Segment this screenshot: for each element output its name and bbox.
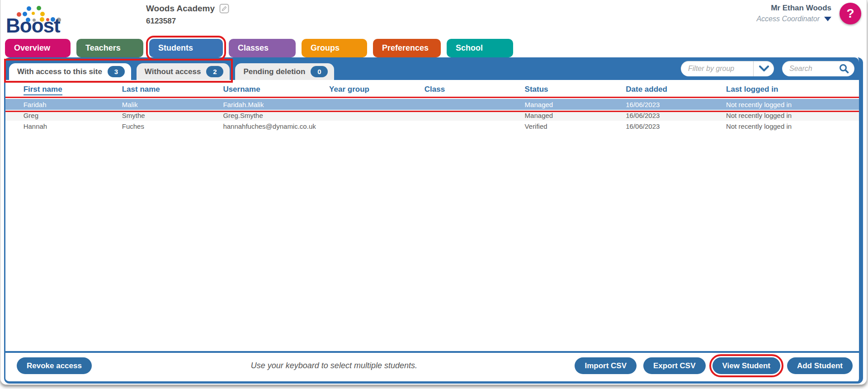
user-name: Mr Ethan Woods: [756, 4, 831, 13]
cell-last-logged-in: Not recently logged in: [726, 101, 859, 108]
tab-classes[interactable]: Classes: [229, 39, 296, 57]
revoke-access-button[interactable]: Revoke access: [17, 357, 92, 374]
action-bar: Revoke access Use your keyboard to selec…: [5, 353, 859, 379]
filter-dropdown-button[interactable]: [753, 61, 774, 76]
school-name: Woods Academy: [146, 4, 215, 14]
cell-date-added: 16/06/2023: [626, 122, 726, 130]
subtab-label: Without access: [145, 67, 201, 76]
logo-text: Boost: [6, 14, 60, 37]
column-header-class[interactable]: Class: [425, 85, 525, 94]
column-header-username[interactable]: Username: [223, 85, 329, 94]
logo-dot: [37, 6, 41, 10]
cell-status: Managed: [525, 112, 626, 119]
app-window: Boost Woods Academy 6123587 Mr Ethan Woo…: [0, 0, 867, 385]
table-row[interactable]: Faridah Malik Faridah.Malik Managed 16/0…: [5, 99, 859, 110]
column-header-last-name[interactable]: Last name: [122, 85, 223, 94]
cell-status: Managed: [525, 101, 626, 108]
cell-last-logged-in: Not recently logged in: [726, 112, 859, 119]
app-header: Boost Woods Academy 6123587 Mr Ethan Woo…: [0, 0, 867, 39]
cell-username: Faridah.Malik: [223, 101, 329, 108]
column-header-year-group[interactable]: Year group: [329, 85, 425, 94]
count-badge: 3: [108, 66, 125, 77]
column-header-last-logged-in[interactable]: Last logged in: [726, 85, 859, 94]
import-csv-button[interactable]: Import CSV: [575, 357, 637, 374]
search-box: [782, 61, 854, 76]
column-header-status[interactable]: Status: [525, 85, 626, 94]
tab-students[interactable]: Students: [149, 39, 223, 57]
subtab-label: With access to this site: [17, 67, 102, 76]
cell-last-name: Fuches: [122, 122, 223, 130]
tab-overview[interactable]: Overview: [5, 39, 71, 57]
cell-username: Greg.Smythe: [223, 112, 329, 119]
subtab-bar: With access to this site 3 Without acces…: [5, 57, 859, 80]
user-menu[interactable]: Mr Ethan Woods Access Coordinator: [756, 4, 831, 23]
tab-groups[interactable]: Groups: [302, 39, 367, 57]
cell-date-added: 16/06/2023: [626, 112, 726, 119]
group-filter-input[interactable]: [681, 65, 753, 73]
cell-first-name: Faridah: [24, 101, 122, 108]
tab-bar: Overview Teachers Students Classes Group…: [0, 39, 867, 57]
tab-teachers[interactable]: Teachers: [76, 39, 143, 57]
table-row[interactable]: Greg Smythe Greg.Smythe Managed 16/06/20…: [5, 110, 859, 121]
cell-date-added: 16/06/2023: [626, 101, 726, 108]
students-table: First name Last name Username Year group…: [5, 80, 859, 353]
help-button[interactable]: ?: [840, 3, 861, 24]
add-student-button[interactable]: Add Student: [787, 357, 853, 374]
subtab-without-access[interactable]: Without access 2: [137, 63, 230, 80]
cell-username: hannahfuches@dynamic.co.uk: [223, 122, 329, 130]
cell-last-logged-in: Not recently logged in: [726, 122, 859, 130]
subtab-with-access[interactable]: With access to this site 3: [9, 63, 131, 80]
cell-status: Verified: [525, 122, 626, 130]
column-header-first-name[interactable]: First name: [24, 85, 122, 94]
edit-school-name-icon[interactable]: [219, 4, 229, 14]
boost-logo[interactable]: Boost: [5, 1, 73, 37]
school-info: Woods Academy 6123587: [146, 4, 229, 26]
count-badge: 0: [311, 66, 328, 77]
search-input[interactable]: [782, 65, 832, 73]
cell-last-name: Smythe: [122, 112, 223, 119]
logo-dot: [27, 6, 31, 11]
tab-preferences[interactable]: Preferences: [373, 39, 441, 57]
school-id: 6123587: [146, 17, 229, 26]
export-csv-button[interactable]: Export CSV: [643, 357, 706, 374]
chevron-down-icon[interactable]: [824, 17, 831, 21]
cell-first-name: Hannah: [24, 122, 122, 130]
subtab-label: Pending deletion: [243, 67, 305, 76]
table-header-row: First name Last name Username Year group…: [5, 80, 859, 99]
cell-last-name: Malik: [122, 101, 223, 108]
chevron-down-icon: [759, 66, 769, 72]
tab-school[interactable]: School: [447, 39, 513, 57]
subtab-pending-deletion[interactable]: Pending deletion 0: [235, 63, 334, 80]
students-panel: With access to this site 3 Without acces…: [4, 57, 863, 384]
cell-first-name: Greg: [24, 112, 122, 119]
group-filter: [681, 61, 774, 76]
table-row[interactable]: Hannah Fuches hannahfuches@dynamic.co.uk…: [5, 121, 859, 131]
user-role: Access Coordinator: [756, 15, 820, 23]
column-header-date-added[interactable]: Date added: [626, 85, 726, 94]
view-student-button[interactable]: View Student: [712, 357, 780, 374]
keyboard-hint: Use your keyboard to select multiple stu…: [251, 361, 417, 370]
search-icon[interactable]: [839, 64, 849, 74]
count-badge: 2: [206, 66, 223, 77]
